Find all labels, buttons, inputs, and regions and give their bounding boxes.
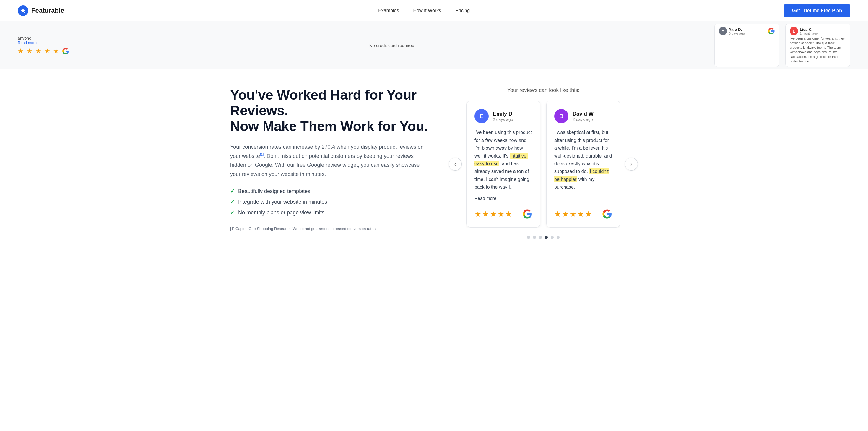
top-strip-right: Y Yara D. 3 days ago L Lisa K. 1 month (714, 24, 850, 67)
main-description: Your conversion rates can increase by 27… (230, 142, 431, 178)
yara-details: Yara D. 3 days ago (729, 27, 745, 35)
david-card-footer: ★ ★ ★ ★ ★ (554, 209, 612, 219)
top-strip-left-text: anyone. (18, 36, 69, 40)
google-icon-emily (522, 209, 532, 219)
david-star-5: ★ (585, 209, 592, 219)
lisa-preview: I've been a customer for years. s. they … (790, 36, 846, 63)
cta-button[interactable]: Get Lifetime Free Plan (784, 4, 850, 18)
emily-stars: ★ ★ ★ ★ ★ (474, 209, 512, 219)
heading-line1: You've Worked Hard for Your Reviews. (230, 87, 416, 118)
emily-read-more[interactable]: Read more (474, 196, 532, 201)
dot-6[interactable] (557, 236, 560, 239)
dot-5[interactable] (551, 236, 554, 239)
star-5: ★ (53, 47, 59, 55)
emily-reviewer-row: E Emily D. 2 days ago (474, 109, 532, 123)
feature-text-3: No monthly plans or page view limits (238, 209, 324, 216)
dot-1[interactable] (527, 236, 530, 239)
david-review-text: I was skeptical at first, but after usin… (554, 128, 612, 191)
lisa-name: Lisa K. (800, 27, 818, 32)
review-card-david: D David W. 2 days ago I was skeptical at… (546, 100, 620, 228)
main-section: You've Worked Hard for Your Reviews. Now… (212, 69, 656, 251)
logo[interactable]: Featurable (18, 5, 64, 16)
check-icon-1: ✓ (230, 188, 235, 195)
emily-star-5: ★ (505, 209, 512, 219)
star-icon (20, 7, 26, 14)
david-star-1: ★ (554, 209, 561, 219)
carousel-prev-button[interactable]: ‹ (449, 157, 462, 171)
mini-review-card-lisa: L Lisa K. 1 month ago I've been a custom… (785, 24, 850, 67)
star-4: ★ (44, 47, 50, 55)
lisa-reviewer-info: L Lisa K. 1 month ago (790, 27, 846, 35)
emily-name: Emily D. (493, 111, 514, 117)
david-info: David W. 2 days ago (572, 111, 595, 122)
dot-2[interactable] (533, 236, 536, 239)
star-3: ★ (35, 47, 41, 55)
emily-time: 2 days ago (493, 117, 514, 122)
emily-card-footer: ★ ★ ★ ★ ★ (474, 209, 532, 219)
star-2: ★ (27, 47, 32, 55)
david-star-3: ★ (569, 209, 577, 219)
david-reviewer-row: D David W. 2 days ago (554, 109, 612, 123)
emily-avatar: E (474, 109, 489, 123)
yara-avatar: Y (719, 27, 727, 35)
emily-star-1: ★ (474, 209, 481, 219)
main-heading: You've Worked Hard for Your Reviews. Now… (230, 87, 431, 134)
top-strip-left: anyone. Read more ★ ★ ★ ★ ★ (18, 36, 69, 55)
logo-icon (18, 5, 28, 16)
carousel-dots (449, 236, 638, 239)
david-text-before: I was skeptical at first, but after usin… (554, 130, 612, 174)
google-icon-david (602, 209, 612, 219)
feature-3: ✓ No monthly plans or page view limits (230, 209, 431, 216)
feature-text-1: Beautifully designed templates (238, 188, 310, 195)
nav-pricing[interactable]: Pricing (455, 8, 470, 13)
chevron-right-icon: › (630, 161, 632, 167)
david-stars: ★ ★ ★ ★ ★ (554, 209, 592, 219)
david-time: 2 days ago (572, 117, 595, 122)
lisa-avatar: L (790, 27, 798, 35)
navbar: Featurable Examples How It Works Pricing… (0, 0, 868, 21)
google-icon-yara (768, 28, 775, 35)
review-card-emily: E Emily D. 2 days ago I've been using th… (466, 100, 540, 228)
dot-4[interactable] (545, 236, 548, 239)
yara-name: Yara D. (729, 27, 745, 32)
google-icon-strip-left (62, 48, 69, 55)
emily-info: Emily D. 2 days ago (493, 111, 514, 122)
carousel-next-button[interactable]: › (625, 157, 638, 171)
lisa-time: 1 month ago (800, 32, 818, 35)
david-name: David W. (572, 111, 595, 117)
yara-time: 3 days ago (729, 32, 745, 35)
emily-star-2: ★ (482, 209, 489, 219)
reviews-label: Your reviews can look like this: (449, 87, 638, 93)
dot-3[interactable] (539, 236, 542, 239)
reviews-carousel: ‹ E Emily D. 2 days ago I'v (449, 100, 638, 228)
right-content: Your reviews can look like this: ‹ E Emi… (449, 87, 638, 239)
read-more-left[interactable]: Read more (18, 40, 69, 45)
david-avatar: D (554, 109, 568, 123)
feature-text-2: Integrate with your website in minutes (238, 199, 327, 205)
review-cards-wrapper: E Emily D. 2 days ago I've been using th… (466, 100, 620, 228)
chevron-left-icon: ‹ (454, 161, 456, 167)
emily-review-text: I've been using this product for a few w… (474, 128, 532, 191)
footnote: [1] Capital One Shopping Research. We do… (230, 226, 431, 231)
check-icon-3: ✓ (230, 209, 235, 216)
logo-text: Featurable (31, 7, 64, 15)
feature-list: ✓ Beautifully designed templates ✓ Integ… (230, 188, 431, 216)
david-star-2: ★ (562, 209, 569, 219)
mini-review-card-yara: Y Yara D. 3 days ago (714, 24, 779, 67)
david-star-4: ★ (577, 209, 584, 219)
lisa-details: Lisa K. 1 month ago (800, 27, 818, 35)
nav-examples[interactable]: Examples (378, 8, 399, 13)
no-credit-card-text: No credit card required (369, 43, 414, 48)
emily-star-3: ★ (490, 209, 497, 219)
feature-1: ✓ Beautifully designed templates (230, 188, 431, 195)
nav-how-it-works[interactable]: How It Works (413, 8, 441, 13)
nav-links: Examples How It Works Pricing (378, 8, 470, 13)
star-1: ★ (18, 47, 24, 55)
left-content: You've Worked Hard for Your Reviews. Now… (230, 87, 431, 231)
check-icon-2: ✓ (230, 199, 235, 205)
description-ref: [1] (260, 153, 264, 156)
emily-star-4: ★ (498, 209, 504, 219)
top-strip-center: No credit card required (369, 43, 414, 48)
feature-2: ✓ Integrate with your website in minutes (230, 199, 431, 205)
stars-row-left: ★ ★ ★ ★ ★ (18, 47, 69, 55)
